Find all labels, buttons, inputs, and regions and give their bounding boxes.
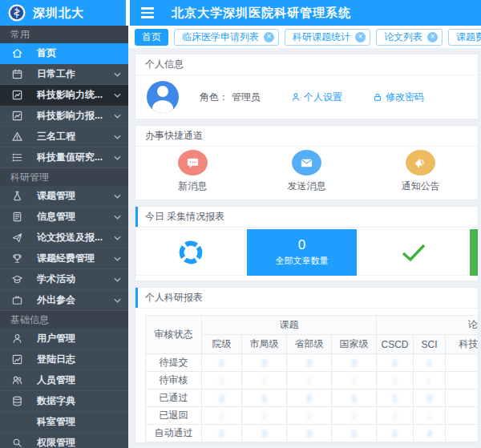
home-icon	[10, 47, 23, 60]
report-cell[interactable]: 2	[242, 372, 287, 389]
blurred-value: 3	[261, 429, 266, 438]
col-header: 科技核心（统计源）期刊	[446, 335, 479, 354]
quick-item-label: 发送消息	[287, 180, 325, 193]
report-cell[interactable]: 3	[242, 425, 287, 442]
row-status-label: 待审核	[146, 372, 202, 389]
sidebar-item-label: 论文投送及报...	[37, 231, 114, 244]
sidebar-item-info-management[interactable]: 信息管理	[0, 207, 128, 228]
tab-clinical-application-list[interactable]: 临床医学申请列表×	[174, 29, 279, 46]
sidebar-item-academic-activity[interactable]: 学术活动	[0, 269, 128, 290]
table-row: 自动通过1331133	[146, 425, 479, 442]
blurred-value: 1	[426, 358, 431, 368]
sidebar-item-project-management[interactable]: 课题管理	[0, 186, 128, 207]
report-cell[interactable]: 1	[377, 425, 414, 442]
report-cell[interactable]: 1	[242, 389, 287, 407]
report-cell[interactable]: 2	[287, 354, 332, 372]
sidebar-item-tech-value-research[interactable]: 科技量值研究...	[0, 147, 128, 168]
report-cell[interactable]: 1	[377, 389, 414, 407]
sidebar-item-label: 科技影响力报...	[37, 109, 114, 123]
report-cell[interactable]: 1	[202, 425, 242, 442]
sidebar-item-tech-influence-stats[interactable]: 科技影响力统...	[0, 85, 128, 106]
sidebar-item-tech-influence-report[interactable]: 科技影响力报...	[0, 106, 128, 127]
personal-settings-link[interactable]: 个人设置	[291, 91, 342, 104]
report-cell[interactable]: 2	[332, 354, 377, 372]
report-cell[interactable]: 1	[332, 389, 377, 407]
panel-title: 个人科研报表	[135, 288, 478, 309]
link-label: 个人设置	[304, 91, 342, 104]
total-articles-card[interactable]: 0 全部文章数量	[247, 229, 357, 276]
sidebar-item-personnel-management[interactable]: 人员管理	[0, 370, 128, 391]
report-cell[interactable]: 1	[414, 372, 446, 389]
report-cell[interactable]: 1	[377, 372, 414, 389]
report-cell[interactable]: 2	[332, 372, 377, 389]
sidebar-item-data-dictionary[interactable]: 数据字典	[0, 391, 128, 412]
sidebar-item-user-management[interactable]: 用户管理	[0, 329, 128, 349]
close-icon[interactable]: ×	[427, 32, 438, 42]
send-message-button[interactable]: 发送消息	[249, 150, 363, 193]
blurred-value: 3	[306, 429, 311, 438]
col-header-status: 审核状态	[146, 316, 202, 354]
menu-toggle-icon[interactable]	[141, 0, 154, 26]
report-cell[interactable]: 3	[446, 425, 479, 442]
new-message-button[interactable]: 新消息	[135, 150, 249, 193]
report-cell[interactable]: 2	[332, 407, 377, 425]
logo-block[interactable]: 深圳北大	[0, 0, 126, 26]
trophy-icon	[10, 252, 23, 265]
sidebar-item-paper-submission[interactable]: 论文投送及报...	[0, 228, 128, 248]
report-cell[interactable]: 1	[202, 354, 242, 372]
sidebar-item-sanming-project[interactable]: 三名工程	[0, 127, 128, 147]
report-cell[interactable]: 1	[332, 425, 377, 442]
report-cell[interactable]: 1	[446, 389, 479, 407]
report-cell[interactable]: 2	[242, 407, 287, 425]
sidebar-item-label: 用户管理	[37, 332, 121, 345]
report-cell[interactable]: 1	[446, 407, 479, 425]
sidebar-item-daily-work[interactable]: 日常工作	[0, 64, 128, 85]
table-row: 已退回2222211	[146, 407, 479, 425]
alert-triangle-icon	[10, 131, 23, 143]
report-cell[interactable]: 2	[287, 389, 332, 407]
blurred-value: 2	[219, 376, 224, 385]
report-cell[interactable]: 2	[377, 407, 414, 425]
tab-home[interactable]: 首页	[135, 29, 168, 46]
change-password-link[interactable]: 修改密码	[373, 91, 424, 104]
sidebar-item-label: 科室管理	[37, 415, 121, 429]
chart-icon	[10, 89, 23, 102]
report-cell[interactable]: 1	[446, 354, 479, 372]
close-icon[interactable]: ×	[355, 32, 366, 42]
chat-bubble-icon	[178, 150, 208, 176]
report-cell[interactable]: 1	[377, 354, 414, 372]
tab-paper-list[interactable]: 论文列表×	[376, 29, 443, 46]
blurred-value: 2	[261, 376, 266, 385]
blurred-value: 2	[351, 376, 356, 385]
notice-announcement-button[interactable]: 通知公告	[364, 150, 478, 193]
report-cell[interactable]: 2	[242, 354, 287, 372]
sidebar-item-department-management[interactable]: 科室管理	[0, 412, 128, 433]
report-cell[interactable]: 2	[287, 372, 332, 389]
blurred-value: 1	[426, 411, 431, 421]
sidebar-item-project-funds[interactable]: 课题经费管理	[0, 248, 128, 269]
report-cell[interactable]: 1	[414, 407, 446, 425]
report-cell[interactable]: 2	[446, 372, 479, 389]
report-cell[interactable]: 1	[414, 354, 446, 372]
blurred-value: 2	[392, 411, 397, 421]
report-cell[interactable]: 3	[287, 425, 332, 442]
sidebar-item-permission-management[interactable]: 权限管理	[0, 433, 128, 448]
sidebar-item-conference-trips[interactable]: 外出参会	[0, 290, 128, 311]
tab-research-project-stats[interactable]: 科研课题统计×	[285, 29, 370, 46]
close-icon[interactable]: ×	[264, 32, 274, 42]
role-text: 角色：管理员	[200, 91, 261, 104]
report-cell[interactable]: 2	[202, 389, 242, 407]
col-header: CSCD	[377, 335, 414, 354]
sidebar-item-login-log[interactable]: 登陆日志	[0, 349, 128, 370]
col-header: 省部级	[287, 335, 332, 354]
report-cell[interactable]: 3	[414, 389, 446, 407]
report-cell[interactable]: 2	[202, 407, 242, 425]
report-cell[interactable]: 2	[202, 372, 242, 389]
report-cell[interactable]: 3	[414, 425, 446, 442]
sidebar-item-home[interactable]: 首页	[0, 43, 128, 64]
row-status-label: 自动通过	[146, 425, 202, 442]
chevron-down-icon	[114, 194, 121, 199]
tab-bar: 首页 临床医学申请列表× 科研课题统计× 论文列表× 课题费用报表× 用户列表×	[128, 26, 481, 48]
tab-project-fee-report[interactable]: 课题费用报表×	[448, 29, 481, 46]
report-cell[interactable]: 2	[287, 407, 332, 425]
